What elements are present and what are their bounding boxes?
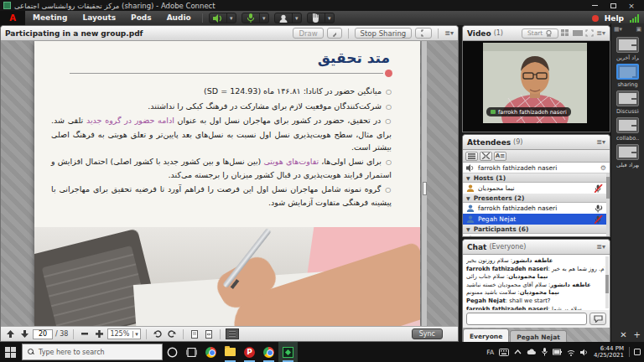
page-number-input[interactable] xyxy=(33,329,53,339)
raise-hand-icon[interactable] xyxy=(308,13,325,23)
layout-thumbnail[interactable]: بهراد قبلی xyxy=(616,144,639,168)
battery-icon[interactable] xyxy=(553,349,562,355)
fit-page-button[interactable] xyxy=(189,328,200,339)
active-speaker-gear-icon[interactable]: ⚙ xyxy=(600,164,606,172)
adobe-connect-taskbar-button[interactable] xyxy=(278,342,298,362)
cortana-button[interactable] xyxy=(163,342,182,362)
attendee-group-header[interactable]: ▼Participants (6) xyxy=(463,225,606,234)
attendee-group-header[interactable]: ▼Presenters (2) xyxy=(463,194,606,203)
attendee-row[interactable]: نیما محمودیان xyxy=(463,183,606,194)
fit-width-button[interactable] xyxy=(203,328,215,339)
layout-thumbnail[interactable]: sharing xyxy=(616,64,639,88)
speaker-dropdown-icon[interactable]: ▾ xyxy=(226,13,236,23)
attendee-row[interactable]: amiri xyxy=(463,234,606,236)
previous-page-button[interactable] xyxy=(4,328,16,339)
menu-layouts[interactable]: Layouts xyxy=(75,11,123,25)
layout-thumbnail[interactable]: Discussion xyxy=(616,90,639,115)
zoom-level-select[interactable]: 125%▾ xyxy=(107,328,140,339)
chat-message-list: عاطفه دانشور: سلام روزتون بخیرfarrokh fa… xyxy=(463,255,610,310)
show-hidden-icons-chevron[interactable] xyxy=(514,349,522,354)
send-message-button[interactable] xyxy=(589,313,606,325)
draw-button[interactable]: Draw xyxy=(293,28,323,39)
layout-thumbnail[interactable]: collabo... xyxy=(616,117,639,142)
speaker-control[interactable]: ▾ xyxy=(209,13,236,23)
speaker-view-icon[interactable] xyxy=(573,29,583,37)
tray-microphone-icon[interactable] xyxy=(542,348,548,356)
attendees-pod-menu-icon[interactable]: ≣▾ xyxy=(596,138,605,146)
attendee-list-view-icon[interactable] xyxy=(465,152,478,161)
adobe-connect-window: مرکز تحقیقات روانشناسی اجتماعی (sharing)… xyxy=(0,0,644,362)
microphone-dropdown-icon[interactable]: ▾ xyxy=(259,13,268,23)
delete-layout-icon[interactable]: ✕ xyxy=(620,330,626,339)
collapse-triangle-icon[interactable]: ▼ xyxy=(466,195,470,201)
microphone-icon[interactable] xyxy=(242,13,259,23)
next-page-button[interactable] xyxy=(18,328,30,339)
chat-tab-everyone[interactable]: Everyone xyxy=(463,328,509,343)
chat-pod-menu-icon[interactable]: ≣▾ xyxy=(596,243,605,251)
speaker-icon[interactable] xyxy=(210,13,226,23)
collapse-triangle-icon[interactable]: ▼ xyxy=(466,175,470,181)
start-button[interactable] xyxy=(0,342,20,362)
start-webcam-button[interactable]: Start xyxy=(522,28,558,39)
microphone-control[interactable]: ▾ xyxy=(242,13,269,23)
layouts-pin-icon[interactable]: ▣ xyxy=(636,26,641,33)
volume-icon[interactable] xyxy=(580,349,589,356)
video-fullscreen-icon[interactable] xyxy=(585,29,594,37)
share-pod-menu-icon[interactable]: ≣▾ xyxy=(444,29,454,37)
slide-bullet-list: ○میانگین حضور در کانادا: ۱۴۶.۸۱ ماه (SD … xyxy=(51,85,392,210)
touch-keyboard-icon[interactable] xyxy=(499,349,509,356)
onedrive-cloud-icon[interactable] xyxy=(527,349,537,355)
task-view-button[interactable] xyxy=(182,342,201,362)
attendees-scrollbar[interactable] xyxy=(606,173,610,236)
file-explorer-button[interactable] xyxy=(221,342,240,362)
chrome-taskbar-button[interactable] xyxy=(201,342,221,362)
status-view-icon[interactable]: A≡ xyxy=(494,152,506,161)
fullscreen-icon xyxy=(421,29,426,37)
menu-audio[interactable]: Audio xyxy=(159,11,199,25)
pocket-app-button[interactable]: P xyxy=(240,342,259,362)
attendee-row[interactable]: Pegah Nejat xyxy=(463,214,606,225)
breakout-view-icon[interactable] xyxy=(480,152,492,161)
menu-pods[interactable]: Pods xyxy=(123,11,159,25)
zoom-in-button[interactable] xyxy=(93,328,105,339)
attendee-group-header[interactable]: ▼Hosts (1) xyxy=(463,173,606,183)
redo-button[interactable] xyxy=(166,328,178,339)
fullscreen-button[interactable] xyxy=(415,28,432,39)
chrome-icon xyxy=(205,347,216,358)
chat-message-input[interactable] xyxy=(466,313,587,325)
webcam-icon[interactable] xyxy=(275,13,292,23)
help-menu[interactable]: Help xyxy=(605,14,624,23)
notification-icon xyxy=(634,349,641,355)
slide-scrollbar[interactable] xyxy=(421,41,427,326)
taskbar-clock[interactable]: 6:44 PM 4/25/2021 xyxy=(594,345,624,359)
sync-button[interactable]: Sync xyxy=(412,328,443,339)
chat-scrollbar[interactable] xyxy=(605,256,609,308)
webcam-control[interactable]: ▾ xyxy=(274,13,302,23)
connection-signal-icon[interactable] xyxy=(630,14,639,23)
layouts-menu-icon[interactable]: ▦▾ xyxy=(614,26,622,33)
chrome-profile2-button[interactable] xyxy=(259,342,278,362)
layout-thumbnail[interactable]: بهراد آخرین xyxy=(616,37,639,61)
chat-tab-pegah-nejat[interactable]: Pegah Nejat xyxy=(510,330,567,343)
maximize-button[interactable] xyxy=(604,1,622,10)
undo-button[interactable] xyxy=(152,328,164,339)
attendee-row[interactable]: farrokh fathizadeh naseri xyxy=(463,203,606,214)
raise-hand-control[interactable]: ▾ xyxy=(307,13,335,23)
collapse-triangle-icon[interactable]: ▼ xyxy=(466,226,470,232)
webcam-dropdown-icon[interactable]: ▾ xyxy=(292,13,301,23)
zoom-out-button[interactable] xyxy=(79,328,91,339)
taskbar-search-input[interactable]: Type here to search xyxy=(22,344,163,360)
pen-tool-button[interactable] xyxy=(327,28,342,39)
menu-meeting[interactable]: Meeting xyxy=(25,11,75,25)
language-indicator[interactable]: FA xyxy=(486,349,494,356)
thumbnails-toggle-button[interactable] xyxy=(226,328,239,339)
raise-hand-dropdown-icon[interactable]: ▾ xyxy=(325,13,334,23)
stop-sharing-button[interactable]: Stop Sharing xyxy=(355,28,413,39)
close-button[interactable]: × xyxy=(622,1,641,10)
action-center-button[interactable] xyxy=(629,347,641,357)
minimize-button[interactable] xyxy=(585,1,604,10)
network-icon[interactable] xyxy=(567,349,575,356)
add-layout-icon[interactable]: + xyxy=(634,330,641,339)
filmstrip-view-icon[interactable] xyxy=(561,29,570,37)
video-pod-menu-icon[interactable]: ≣▾ xyxy=(596,29,605,37)
